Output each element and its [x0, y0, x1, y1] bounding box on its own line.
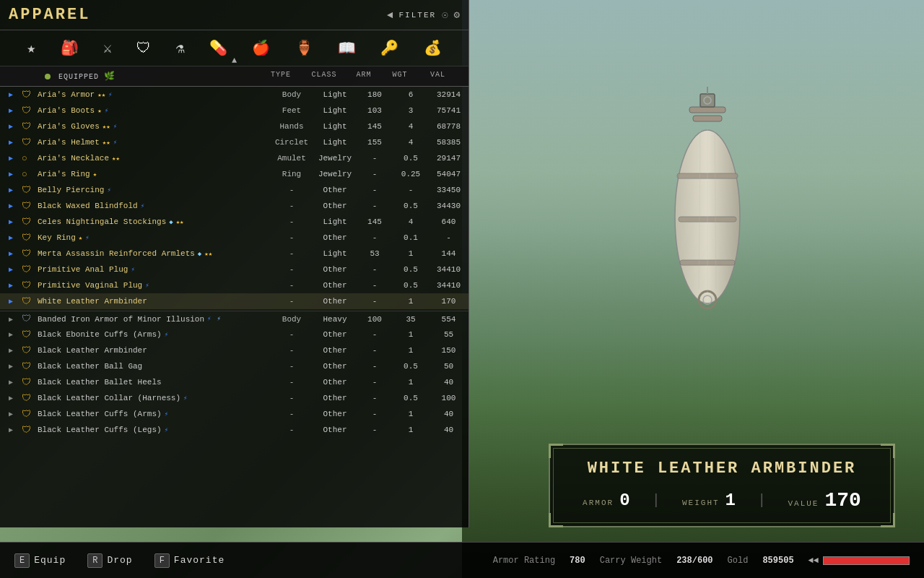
item-arm: -: [357, 154, 393, 163]
item-icon: 🛡: [22, 361, 35, 372]
cat-misc[interactable]: 🏺: [292, 36, 316, 60]
table-row[interactable]: ▶ 🛡 White Leather Armbinder - Other - 1 …: [0, 293, 468, 309]
cat-ingredients[interactable]: 🍎: [249, 36, 273, 60]
item-arm: -: [357, 378, 393, 387]
item-arm: 103: [357, 106, 393, 115]
table-row[interactable]: ▶ 🛡 Primitive Anal Plug ⚡ - Other - 0.5 …: [0, 262, 468, 277]
item-arm: 100: [357, 315, 393, 324]
gear-icon[interactable]: ⚙: [454, 9, 460, 21]
item-name: Black Ebonite Cuffs (Arms): [38, 330, 162, 339]
table-row[interactable]: ▶ 🛡 Black Leather Cuffs (Arms) ⚡ - Other…: [0, 406, 468, 422]
cat-food2[interactable]: 💊: [206, 36, 230, 60]
item-arrow: ▶: [0, 217, 22, 226]
health-bar: [823, 556, 910, 565]
table-row[interactable]: ▶ 🛡 Black Leather Collar (Harness) ⚡ - O…: [0, 390, 468, 406]
item-type: -: [270, 394, 313, 402]
item-name-cell: 🛡 Black Leather Cuffs (Legs) ⚡: [22, 425, 270, 436]
stars-icon: ★: [97, 107, 101, 115]
item-icon: 🛡: [22, 137, 35, 148]
table-row[interactable]: ▶ 🛡 Black Leather Ballet Heels - Other -…: [0, 374, 468, 390]
table-row[interactable]: ▶ ○ Aria's Ring ★ Ring Jewelry - 0.25 54…: [0, 166, 468, 182]
lightning-icon: ⚡: [113, 139, 117, 147]
table-row[interactable]: ▶ 🛡 Banded Iron Armor of Minor Illusion …: [0, 311, 468, 327]
item-wgt: 4: [393, 122, 429, 131]
item-arm: -: [357, 362, 393, 371]
table-row[interactable]: ▶ 🛡 Aria's Gloves ★★⚡ Hands Light 145 4 …: [0, 118, 468, 134]
col-header-arm: ARM: [346, 69, 382, 83]
health-fill: [824, 557, 909, 564]
stars-icon: ★: [79, 234, 82, 242]
lightning-icon: ⚡: [107, 186, 110, 194]
right-panel: WHITE LEATHER ARMBINDER ARMOR 0 | WEIGHT…: [534, 429, 910, 542]
col-header-wgt: WGT: [382, 69, 418, 83]
item-arm: 53: [357, 249, 393, 258]
item-name-cell: 🛡 Black Leather Ballet Heels: [22, 377, 270, 388]
cat-bag[interactable]: 🎒: [58, 36, 82, 60]
item-val: 29147: [429, 154, 468, 163]
lightning-icon: ⚡: [145, 282, 149, 290]
item-name-cell: 🛡 Aria's Gloves ★★⚡: [22, 121, 270, 132]
table-row[interactable]: ▶ 🛡 Celes Nightingale Stockings ◆★★ - Li…: [0, 214, 468, 230]
item-class: Light: [313, 249, 357, 258]
item-name-cell: 🛡 Banded Iron Armor of Minor Illusion ⚡ …: [22, 314, 270, 324]
cat-weapons[interactable]: ⚔: [100, 36, 115, 60]
item-class: Other: [313, 186, 357, 194]
item-name-cell: 🛡 Aria's Boots ★⚡: [22, 105, 270, 116]
cat-favorites[interactable]: ★: [24, 36, 38, 60]
item-class: Other: [313, 233, 357, 242]
health-arrow-left[interactable]: ◄◄: [808, 556, 819, 566]
item-wgt: 6: [393, 90, 429, 99]
table-row[interactable]: ▶ 🛡 Primitive Vaginal Plug ⚡ - Other - 0…: [0, 277, 468, 293]
equip-action[interactable]: E Equip: [14, 553, 66, 568]
filter-icon[interactable]: ☉: [442, 9, 448, 21]
item-wgt: 4: [393, 138, 429, 147]
nav-back-icon[interactable]: ◄: [387, 9, 393, 21]
item-type: Ring: [270, 170, 313, 178]
item-class: Other: [313, 297, 357, 306]
item-type: -: [270, 346, 313, 355]
table-row[interactable]: ▶ 🛡 Black Leather Armbinder - Other - 1 …: [0, 342, 468, 358]
item-arrow: ▶: [0, 281, 22, 290]
col-header-type: TYPE: [259, 69, 302, 83]
item-type: -: [270, 330, 313, 339]
cat-gold[interactable]: 💰: [421, 36, 445, 60]
item-val: 54047: [429, 170, 468, 178]
item-class: Other: [313, 378, 357, 387]
lightning-icon: ⚡: [165, 410, 168, 418]
item-type: -: [270, 410, 313, 418]
item-wgt: 1: [393, 426, 429, 434]
cat-armor[interactable]: 🛡: [134, 37, 154, 60]
table-row[interactable]: ▶ 🛡 Black Leather Ball Gag - Other - 0.5…: [0, 358, 468, 374]
item-arrow: ▶: [0, 362, 22, 371]
table-row[interactable]: ▶ 🛡 Key Ring ★⚡ - Other - 0.1 -: [0, 230, 468, 246]
item-icon: 🛡: [22, 264, 35, 275]
cat-books[interactable]: 📖: [335, 36, 359, 60]
table-row[interactable]: ▶ 🛡 Black Leather Cuffs (Legs) ⚡ - Other…: [0, 422, 468, 438]
items-list[interactable]: ▶ 🛡 Aria's Armor ★★⚡ Body Light 180 6 32…: [0, 87, 468, 502]
table-row[interactable]: ▶ 🛡 Merta Assassin Reinforced Armlets ◆★…: [0, 246, 468, 262]
drop-action[interactable]: R Drop: [87, 553, 132, 568]
stat-divider-1: |: [652, 492, 661, 509]
cat-potions[interactable]: ⚗: [173, 36, 188, 60]
favorite-action[interactable]: F Favorite: [154, 553, 225, 568]
item-arrow: ▶: [0, 265, 22, 274]
item-val: 68778: [429, 122, 468, 131]
carry-weight-value: 238/600: [676, 556, 712, 566]
item-val: 32914: [429, 90, 468, 99]
item-wgt: 0.5: [393, 394, 429, 402]
table-row[interactable]: ▶ 🛡 Aria's Boots ★⚡ Feet Light 103 3 757…: [0, 103, 468, 118]
item-type: Feet: [270, 106, 313, 115]
table-row[interactable]: ▶ 🛡 Black Ebonite Cuffs (Arms) ⚡ - Other…: [0, 327, 468, 342]
detail-title: WHITE LEATHER ARMBINDER: [572, 460, 872, 478]
table-row[interactable]: ▶ 🛡 Aria's Helmet ★★⚡ Circlet Light 155 …: [0, 134, 468, 150]
item-name: Aria's Boots: [38, 106, 95, 115]
table-row[interactable]: ▶ ○ Aria's Necklace ★★ Amulet Jewelry - …: [0, 150, 468, 166]
item-arrow: ▶: [0, 315, 22, 324]
item-name: Black Waxed Blindfold: [38, 202, 138, 210]
table-row[interactable]: ▶ 🛡 Black Waxed Blindfold ⚡ - Other - 0.…: [0, 198, 468, 214]
item-name: Key Ring: [38, 233, 76, 242]
cat-keys[interactable]: 🔑: [378, 36, 401, 60]
col-header-equipped: EQUIPPED 🌿: [22, 69, 259, 83]
table-row[interactable]: ▶ 🛡 Belly Piercing ⚡ - Other - - 33450: [0, 182, 468, 198]
table-row[interactable]: ▶ 🛡 Aria's Armor ★★⚡ Body Light 180 6 32…: [0, 87, 468, 103]
